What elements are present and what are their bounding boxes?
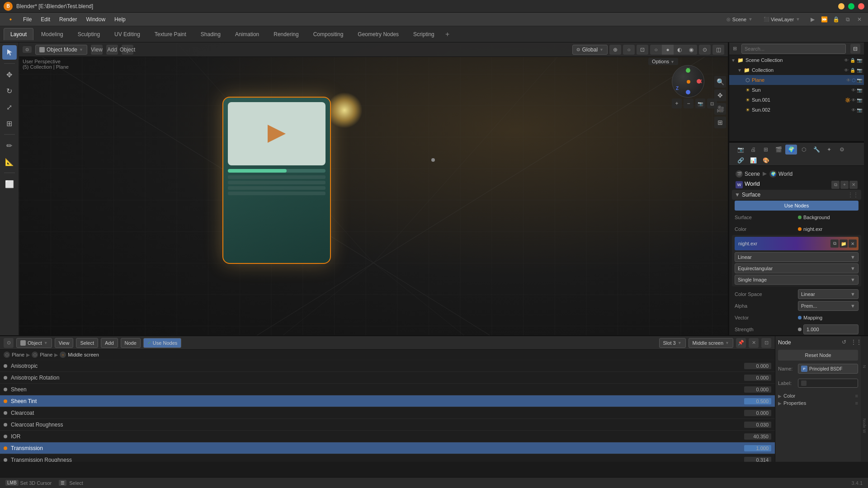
tab-scripting[interactable]: Scripting [406,28,441,40]
world-new-button[interactable]: + [840,181,849,189]
window-menu-item[interactable]: Window [82,15,109,24]
color-space-dropdown[interactable]: Linear ▼ [798,289,859,299]
scene-selector[interactable]: ◎ Scene ▼ [723,16,756,23]
render-animation-button[interactable]: ⏩ [819,14,829,24]
constraint-props-tab[interactable]: 🔗 [735,155,746,165]
surface-section-header[interactable]: ▼ Surface ⋮⋮ [732,190,861,200]
drag-viewport-button[interactable]: ✥ [714,89,726,101]
node-panel-refresh[interactable]: ↺ [842,339,849,346]
sun-item[interactable]: ☀ Sun 👁 📷 [729,85,864,95]
tab-geometry-nodes[interactable]: Geometry Nodes [351,28,406,40]
wireframe-shading-button[interactable]: ○ [650,45,662,55]
modifier-props-tab[interactable]: 🔧 [811,145,822,155]
render-props-tab[interactable]: 📷 [735,145,746,155]
sheen-tint-row[interactable]: Sheen Tint 0.500 [0,395,775,407]
transform-tool-button[interactable]: ⊞ [2,116,17,131]
tab-layout[interactable]: Layout [4,28,33,40]
image-unlink-button[interactable]: ✕ [849,239,857,248]
grid-viewport-button[interactable]: ⊞ [714,117,726,128]
scene-props-tab[interactable]: 🎬 [773,145,784,155]
view-menu-button[interactable]: View [91,45,103,55]
shader-node-btn[interactable]: Node [121,338,141,348]
slot-dropdown[interactable]: Slot 3 ▼ [659,338,686,348]
world-unlink-button[interactable]: ✕ [849,181,858,189]
transform-pivot-button[interactable]: ⊡ [637,45,648,55]
tab-compositing[interactable]: Compositing [307,28,350,40]
object-mode-dropdown[interactable]: Object Mode ▼ [35,45,87,55]
transmission-roughness-row[interactable]: Transmission Roughness 0.314 [0,454,775,462]
plane-render-button[interactable]: 📷 [857,78,862,83]
linear-dropdown[interactable]: Linear ▼ [735,252,859,262]
tab-shading[interactable]: Shading [194,28,227,40]
data-props-tab[interactable]: 📊 [747,155,759,165]
shader-close-button[interactable]: ✕ [749,338,759,348]
viewport-type-selector[interactable]: ⊙ [23,46,32,53]
plane-filter-button[interactable]: ⬡ [852,78,856,83]
lock-scene-button[interactable]: 🔒 [831,14,841,24]
object-shader-dropdown[interactable]: Object ▼ [16,338,52,348]
image-browse-button[interactable]: 📁 [840,239,848,248]
annotate-tool-button[interactable]: ✏ [2,138,17,153]
physics-props-tab[interactable]: ⚙ [836,145,848,155]
shader-toolbar-pin[interactable]: 📌 [736,338,746,348]
proportional-edit-button[interactable]: ○ [623,45,635,55]
shader-view-btn[interactable]: View [55,338,74,348]
material-props-tab[interactable]: 🎨 [760,155,772,165]
shader-select-btn[interactable]: Select [76,338,98,348]
particles-props-tab[interactable]: ✦ [823,145,835,155]
node-props-align[interactable]: ≡ [855,400,858,406]
view-layer-selector[interactable]: ⬛ ViewLayer ▼ [760,16,804,23]
collection-item[interactable]: ▼ 📁 Collection 👁 🔒 📷 [729,65,864,75]
scene-collection-item[interactable]: ▼ 📁 Scene Collection 👁 🔒 📷 [729,55,864,65]
minimize-button[interactable] [838,3,844,9]
move-tool-button[interactable]: ✥ [2,67,17,82]
sun002-item[interactable]: ☀ Sun.002 👁 📷 [729,105,864,115]
tab-sculpting[interactable]: Sculpting [71,28,107,40]
measure-tool-button[interactable]: 📐 [2,155,17,169]
anisotropic-row[interactable]: Anisotropic 0.000 [0,360,775,372]
plane-item[interactable]: ⬡ Plane 👁 ⬡ 📷 [729,75,864,85]
clearcoat-row[interactable]: Clearcoat 0.000 [0,407,775,419]
render-button[interactable]: ▶ [807,14,817,24]
camera-view-button[interactable]: 📷 [695,99,705,108]
reset-node-button[interactable]: Reset Node [778,350,858,361]
snap-button[interactable]: ⊕ [609,45,621,55]
search-viewport-button[interactable]: 🔍 [714,76,726,88]
world-copy-button[interactable]: ⧉ [831,181,840,189]
help-menu-item[interactable]: Help [111,15,129,24]
tab-rendering[interactable]: Rendering [267,28,305,40]
tab-animation[interactable]: Animation [228,28,266,40]
plane-visibility-button[interactable]: 👁 [846,78,851,83]
shader-fullscreen-button[interactable]: ⊡ [761,338,771,348]
node-label-field[interactable] [798,379,858,388]
add-menu-button[interactable]: Add [106,45,118,55]
transmission-row[interactable]: Transmission 1.000 [0,442,775,454]
outliner-filter-button[interactable]: ⊟ [850,44,860,54]
surface-section-menu[interactable]: ⋮⋮ [848,192,859,198]
output-props-tab[interactable]: 🖨 [747,145,759,155]
view-layer-props-tab[interactable]: ⊞ [760,145,772,155]
tab-texture-paint[interactable]: Texture Paint [148,28,193,40]
maximize-button[interactable] [848,3,854,9]
file-menu-item[interactable]: File [19,15,35,24]
unlink-scene-button[interactable]: ✕ [854,14,864,24]
object-props-tab[interactable]: ⬡ [798,145,810,155]
object-menu-button[interactable]: Object [122,45,133,55]
single-image-dropdown[interactable]: Single Image ▼ [735,275,859,285]
shader-add-btn[interactable]: Add [101,338,118,348]
edit-menu-item[interactable]: Edit [37,15,54,24]
copy-scene-button[interactable]: ⧉ [843,14,853,24]
tab-modeling[interactable]: Modeling [34,28,70,40]
ior-row[interactable]: IOR 40.350 [0,431,775,442]
node-name-value[interactable]: P Principled BSDF [798,364,858,374]
node-panel-dots[interactable]: ⋮⋮ [851,339,858,346]
equirectangular-dropdown[interactable]: Equirectangular ▼ [735,263,859,273]
close-button[interactable] [858,3,864,9]
select-tool-button[interactable] [2,45,17,60]
overlay-button[interactable]: ⊙ [699,45,711,55]
scene-context-item[interactable]: 🎬 Scene [736,170,760,178]
strength-field[interactable]: 1.000 [803,324,859,334]
use-nodes-button[interactable]: Use Nodes [735,201,859,211]
navigation-gizmo[interactable]: X Y Z + − 📷 ⊡ [672,65,717,108]
tab-uv-editing[interactable]: UV Editing [108,28,147,40]
